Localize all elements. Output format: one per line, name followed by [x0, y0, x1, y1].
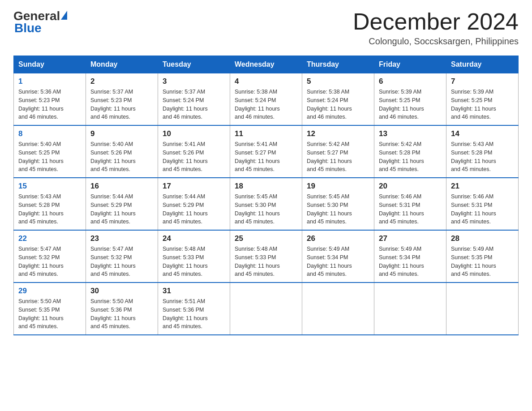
calendar-cell: 25 Sunrise: 5:48 AM Sunset: 5:33 PM Dayl…	[230, 230, 302, 283]
day-number: 20	[379, 182, 442, 191]
day-number: 2	[90, 77, 153, 86]
calendar-cell: 4 Sunrise: 5:38 AM Sunset: 5:24 PM Dayli…	[230, 73, 302, 126]
day-number: 12	[307, 129, 369, 138]
day-info: Sunrise: 5:49 AM Sunset: 5:34 PM Dayligh…	[307, 245, 369, 278]
day-info: Sunrise: 5:41 AM Sunset: 5:27 PM Dayligh…	[235, 140, 297, 174]
day-number: 9	[90, 129, 153, 138]
day-info: Sunrise: 5:48 AM Sunset: 5:33 PM Dayligh…	[235, 245, 297, 278]
day-number: 11	[235, 129, 297, 138]
calendar-cell: 30 Sunrise: 5:50 AM Sunset: 5:36 PM Dayl…	[86, 283, 158, 335]
header-saturday: Saturday	[446, 56, 519, 73]
day-number: 7	[451, 77, 514, 86]
day-number: 17	[163, 182, 225, 191]
calendar-cell: 17 Sunrise: 5:44 AM Sunset: 5:29 PM Dayl…	[158, 178, 230, 230]
logo: General Blue	[13, 9, 68, 35]
day-number: 5	[307, 77, 369, 86]
calendar-cell: 11 Sunrise: 5:41 AM Sunset: 5:27 PM Dayl…	[230, 125, 302, 178]
day-info: Sunrise: 5:39 AM Sunset: 5:25 PM Dayligh…	[379, 88, 442, 121]
day-info: Sunrise: 5:38 AM Sunset: 5:24 PM Dayligh…	[307, 88, 369, 121]
calendar-cell: 7 Sunrise: 5:39 AM Sunset: 5:25 PM Dayli…	[446, 73, 519, 126]
title-section: December 2024 Colongulo, Soccsksargen, P…	[353, 9, 519, 47]
day-info: Sunrise: 5:46 AM Sunset: 5:31 PM Dayligh…	[451, 193, 514, 226]
header-friday: Friday	[374, 56, 446, 73]
week-row-1: 1 Sunrise: 5:36 AM Sunset: 5:23 PM Dayli…	[14, 73, 519, 126]
day-number: 13	[379, 129, 442, 138]
calendar-cell: 28 Sunrise: 5:49 AM Sunset: 5:35 PM Dayl…	[446, 230, 519, 283]
day-info: Sunrise: 5:40 AM Sunset: 5:25 PM Dayligh…	[18, 140, 81, 174]
day-number: 15	[18, 182, 81, 191]
calendar-cell: 6 Sunrise: 5:39 AM Sunset: 5:25 PM Dayli…	[374, 73, 446, 126]
calendar-cell: 29 Sunrise: 5:50 AM Sunset: 5:35 PM Dayl…	[14, 283, 86, 335]
calendar-cell: 24 Sunrise: 5:48 AM Sunset: 5:33 PM Dayl…	[158, 230, 230, 283]
day-info: Sunrise: 5:47 AM Sunset: 5:32 PM Dayligh…	[90, 245, 153, 278]
day-info: Sunrise: 5:44 AM Sunset: 5:29 PM Dayligh…	[163, 193, 225, 226]
page-header: General Blue December 2024 Colongulo, So…	[13, 9, 519, 47]
day-info: Sunrise: 5:38 AM Sunset: 5:24 PM Dayligh…	[235, 88, 297, 121]
day-info: Sunrise: 5:37 AM Sunset: 5:23 PM Dayligh…	[90, 88, 153, 121]
week-row-2: 8 Sunrise: 5:40 AM Sunset: 5:25 PM Dayli…	[14, 125, 519, 178]
calendar-cell	[302, 283, 374, 335]
day-info: Sunrise: 5:39 AM Sunset: 5:25 PM Dayligh…	[451, 88, 514, 121]
day-info: Sunrise: 5:50 AM Sunset: 5:36 PM Dayligh…	[90, 297, 153, 331]
calendar-cell: 5 Sunrise: 5:38 AM Sunset: 5:24 PM Dayli…	[302, 73, 374, 126]
day-info: Sunrise: 5:45 AM Sunset: 5:30 PM Dayligh…	[235, 193, 297, 226]
day-number: 24	[163, 234, 225, 243]
calendar-cell: 21 Sunrise: 5:46 AM Sunset: 5:31 PM Dayl…	[446, 178, 519, 230]
calendar-cell	[374, 283, 446, 335]
day-info: Sunrise: 5:36 AM Sunset: 5:23 PM Dayligh…	[18, 88, 81, 121]
calendar-cell	[230, 283, 302, 335]
calendar-cell: 1 Sunrise: 5:36 AM Sunset: 5:23 PM Dayli…	[14, 73, 86, 126]
calendar-cell: 9 Sunrise: 5:40 AM Sunset: 5:26 PM Dayli…	[86, 125, 158, 178]
week-row-3: 15 Sunrise: 5:43 AM Sunset: 5:28 PM Dayl…	[14, 178, 519, 230]
day-info: Sunrise: 5:40 AM Sunset: 5:26 PM Dayligh…	[90, 140, 153, 174]
calendar-cell: 20 Sunrise: 5:46 AM Sunset: 5:31 PM Dayl…	[374, 178, 446, 230]
day-number: 19	[307, 182, 369, 191]
day-number: 26	[307, 234, 369, 243]
day-number: 6	[379, 77, 442, 86]
day-info: Sunrise: 5:47 AM Sunset: 5:32 PM Dayligh…	[18, 245, 81, 278]
day-number: 3	[163, 77, 225, 86]
header-monday: Monday	[86, 56, 158, 73]
day-info: Sunrise: 5:51 AM Sunset: 5:36 PM Dayligh…	[163, 297, 225, 331]
header-thursday: Thursday	[302, 56, 374, 73]
calendar-cell: 3 Sunrise: 5:37 AM Sunset: 5:24 PM Dayli…	[158, 73, 230, 126]
day-number: 21	[451, 182, 514, 191]
day-info: Sunrise: 5:49 AM Sunset: 5:35 PM Dayligh…	[451, 245, 514, 278]
day-number: 31	[163, 287, 225, 295]
day-info: Sunrise: 5:43 AM Sunset: 5:28 PM Dayligh…	[18, 193, 81, 226]
day-info: Sunrise: 5:48 AM Sunset: 5:33 PM Dayligh…	[163, 245, 225, 278]
header-tuesday: Tuesday	[158, 56, 230, 73]
calendar-cell: 31 Sunrise: 5:51 AM Sunset: 5:36 PM Dayl…	[158, 283, 230, 335]
day-number: 16	[90, 182, 153, 191]
day-number: 27	[379, 234, 442, 243]
calendar-cell: 27 Sunrise: 5:49 AM Sunset: 5:34 PM Dayl…	[374, 230, 446, 283]
header-wednesday: Wednesday	[230, 56, 302, 73]
day-number: 25	[235, 234, 297, 243]
calendar-cell: 12 Sunrise: 5:42 AM Sunset: 5:27 PM Dayl…	[302, 125, 374, 178]
week-row-5: 29 Sunrise: 5:50 AM Sunset: 5:35 PM Dayl…	[14, 283, 519, 335]
calendar-cell: 15 Sunrise: 5:43 AM Sunset: 5:28 PM Dayl…	[14, 178, 86, 230]
day-info: Sunrise: 5:44 AM Sunset: 5:29 PM Dayligh…	[90, 193, 153, 226]
month-title: December 2024	[353, 9, 519, 34]
day-info: Sunrise: 5:50 AM Sunset: 5:35 PM Dayligh…	[18, 297, 81, 331]
day-info: Sunrise: 5:43 AM Sunset: 5:28 PM Dayligh…	[451, 140, 514, 174]
location: Colongulo, Soccsksargen, Philippines	[353, 36, 519, 47]
logo-blue: Blue	[13, 21, 42, 35]
day-number: 4	[235, 77, 297, 86]
calendar-cell: 10 Sunrise: 5:41 AM Sunset: 5:26 PM Dayl…	[158, 125, 230, 178]
calendar-cell: 13 Sunrise: 5:42 AM Sunset: 5:28 PM Dayl…	[374, 125, 446, 178]
calendar-table: SundayMondayTuesdayWednesdayThursdayFrid…	[13, 56, 519, 335]
calendar-cell	[446, 283, 519, 335]
calendar-cell: 26 Sunrise: 5:49 AM Sunset: 5:34 PM Dayl…	[302, 230, 374, 283]
day-info: Sunrise: 5:42 AM Sunset: 5:27 PM Dayligh…	[307, 140, 369, 174]
calendar-cell: 2 Sunrise: 5:37 AM Sunset: 5:23 PM Dayli…	[86, 73, 158, 126]
calendar-cell: 14 Sunrise: 5:43 AM Sunset: 5:28 PM Dayl…	[446, 125, 519, 178]
logo-triangle-icon	[61, 11, 67, 20]
day-info: Sunrise: 5:49 AM Sunset: 5:34 PM Dayligh…	[379, 245, 442, 278]
day-info: Sunrise: 5:42 AM Sunset: 5:28 PM Dayligh…	[379, 140, 442, 174]
calendar-cell: 22 Sunrise: 5:47 AM Sunset: 5:32 PM Dayl…	[14, 230, 86, 283]
day-number: 18	[235, 182, 297, 191]
header-sunday: Sunday	[14, 56, 86, 73]
calendar-header-row: SundayMondayTuesdayWednesdayThursdayFrid…	[14, 56, 519, 73]
day-number: 30	[90, 287, 153, 295]
